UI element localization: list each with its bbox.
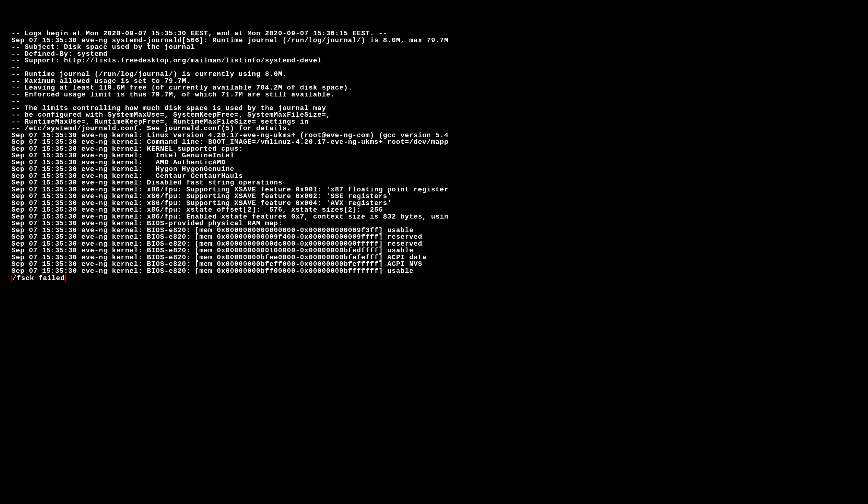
- log-line: Sep 07 15:35:30 eve-ng kernel: x86/fpu: …: [11, 206, 868, 214]
- log-line: -- RuntimeMaxUse=, RuntimeKeepFree=, Run…: [11, 119, 868, 125]
- log-line: Sep 07 15:35:30 eve-ng kernel: x86/fpu: …: [11, 186, 868, 193]
- log-line: Sep 07 15:35:30 eve-ng kernel: BIOS-e820…: [11, 268, 868, 275]
- log-line: Sep 07 15:35:30 eve-ng kernel: BIOS-e820…: [11, 234, 868, 240]
- log-line: -- Subject: Disk space used by the journ…: [11, 44, 868, 51]
- log-line: Sep 07 15:35:30 eve-ng kernel: x86/fpu: …: [11, 200, 868, 207]
- log-line: -- Runtime journal (/run/log/journal/) i…: [11, 71, 868, 78]
- log-line: -- Defined-By: systemd: [11, 51, 868, 58]
- log-line: -- be configured with SystemMaxUse=, Sys…: [11, 112, 868, 119]
- log-line: Sep 07 15:35:30 eve-ng kernel: Hygon Hyg…: [11, 166, 868, 173]
- log-line: --: [11, 98, 868, 105]
- terminal-output[interactable]: -- Logs begin at Mon 2020-09-07 15:35:30…: [11, 30, 868, 282]
- log-line: Sep 07 15:35:30 eve-ng kernel: BIOS-e820…: [11, 240, 868, 247]
- log-line: -- The limits controlling how much disk …: [11, 105, 868, 112]
- log-line: Sep 07 15:35:30 eve-ng kernel: BIOS-e820…: [11, 254, 868, 261]
- log-line: -- Logs begin at Mon 2020-09-07 15:35:30…: [11, 30, 868, 37]
- log-line: -- Support: http://lists.freedesktop.org…: [11, 57, 868, 64]
- log-line: Sep 07 15:35:30 eve-ng kernel: BIOS-e820…: [11, 261, 868, 268]
- log-line: -- Maximum allowed usage is set to 79.7M…: [11, 78, 868, 85]
- log-line: Sep 07 15:35:30 eve-ng kernel: AMD Authe…: [11, 159, 868, 166]
- log-line: Sep 07 15:35:30 eve-ng kernel: Command l…: [11, 138, 868, 146]
- log-line: Sep 07 15:35:30 eve-ng kernel: BIOS-e820…: [11, 247, 868, 254]
- log-line: Sep 07 15:35:30 eve-ng kernel: Centaur C…: [11, 173, 868, 180]
- log-line: -- /etc/systemd/journald.conf. See journ…: [11, 125, 868, 132]
- log-line: Sep 07 15:35:30 eve-ng kernel: BIOS-e820…: [11, 227, 868, 234]
- search-term-highlight[interactable]: /fsck failed: [11, 275, 66, 282]
- log-line: Sep 07 15:35:30 eve-ng kernel: Disabled …: [11, 179, 868, 186]
- log-line: Sep 07 15:35:30 eve-ng kernel: Linux ver…: [11, 132, 868, 139]
- log-line: --: [11, 64, 868, 71]
- log-line: Sep 07 15:35:30 eve-ng kernel: BIOS-prov…: [11, 220, 868, 227]
- log-line: -- Enforced usage limit is thus 79.7M, o…: [11, 91, 868, 98]
- log-line: Sep 07 15:35:30 eve-ng systemd-journald[…: [11, 37, 868, 44]
- log-line: -- Leaving at least 119.6M free (of curr…: [11, 84, 868, 91]
- log-line: Sep 07 15:35:30 eve-ng kernel: x86/fpu: …: [11, 193, 868, 200]
- log-line: Sep 07 15:35:30 eve-ng kernel: x86/fpu: …: [11, 214, 868, 220]
- log-line: Sep 07 15:35:30 eve-ng kernel: KERNEL su…: [11, 146, 868, 153]
- log-line: Sep 07 15:35:30 eve-ng kernel: Intel Gen…: [11, 152, 868, 159]
